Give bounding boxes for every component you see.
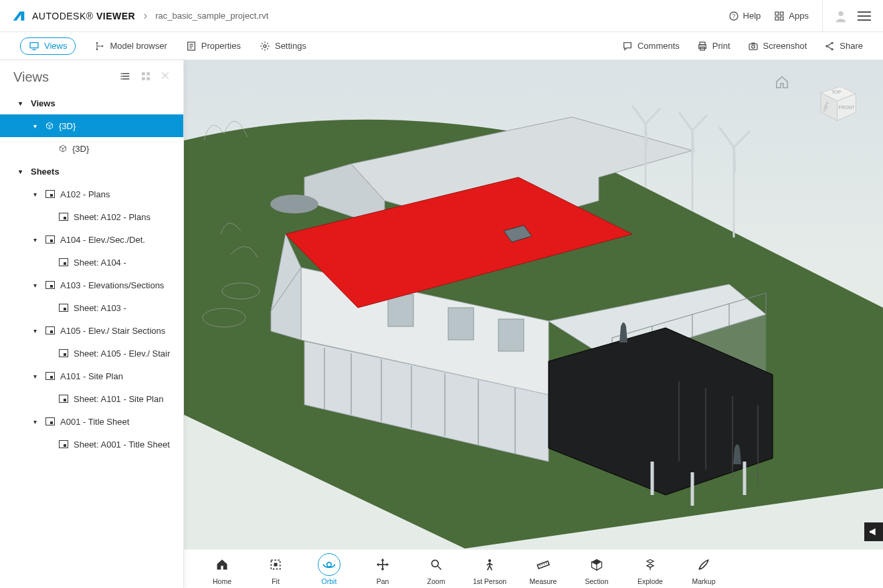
svg-line-46 [646, 124, 647, 146]
home-view-icon[interactable] [775, 75, 789, 90]
avatar-icon[interactable] [833, 9, 848, 23]
views-tree: ▾ Views ▾ {3D} {3D} ▾ Sheets ▾A102 - Pla… [0, 92, 183, 456]
svg-rect-34 [142, 72, 145, 76]
screenshot-button[interactable]: Screenshot [748, 41, 807, 52]
model-scene [184, 60, 883, 588]
bottombar-fit[interactable]: Fit [258, 553, 294, 585]
bottombar-firstperson[interactable]: 1st Person [472, 553, 508, 585]
print-button[interactable]: Print [697, 41, 730, 52]
comment-icon [622, 41, 633, 52]
sheet-icon [59, 304, 68, 312]
tree-item-3d-parent[interactable]: ▾ {3D} [0, 114, 183, 137]
svg-line-52 [719, 127, 734, 147]
bottombar-home[interactable]: Home [204, 553, 240, 585]
comments-button[interactable]: Comments [622, 41, 680, 52]
svg-point-97 [699, 567, 701, 569]
svg-rect-35 [146, 72, 150, 76]
tree-item-3d-child-label: {3D} [72, 144, 89, 154]
tree-item-3d-parent-label: {3D} [59, 121, 76, 131]
tree-sheet-child[interactable]: Sheet: A102 - Plans [0, 205, 183, 228]
explode-icon [644, 558, 657, 571]
bottombar-explode[interactable]: Explode [632, 553, 668, 585]
tree-sheet-child-label: Sheet: A103 - [74, 303, 126, 313]
chevron-down-icon: ▾ [33, 191, 40, 198]
viewer-bottom-toolbar: HomeFitOrbitPanZoom1st PersonMeasureSect… [184, 549, 883, 588]
bottombar-section[interactable]: Section [579, 553, 615, 585]
svg-rect-37 [146, 77, 150, 80]
help-button[interactable]: ? Help [728, 11, 761, 21]
sheet-icon [59, 349, 68, 357]
tree-sheet-parent[interactable]: ▾A001 - Title Sheet [0, 410, 183, 433]
tree-sheet-child[interactable]: Sheet: A101 - Site Plan [0, 387, 183, 410]
bottombar-markup[interactable]: Markup [686, 553, 722, 585]
svg-line-44 [632, 106, 646, 124]
bottombar-zoom[interactable]: Zoom [418, 553, 454, 585]
tab-model-browser[interactable]: Model browser [94, 41, 167, 52]
tree-sheet-parent[interactable]: ▾A101 - Site Plan [0, 365, 183, 387]
bottombar-markup-label: Markup [692, 577, 715, 585]
bottombar-explode-label: Explode [637, 577, 663, 585]
tree-section-sheets-label: Sheets [31, 167, 60, 177]
home-icon [215, 558, 229, 571]
bottombar-pan[interactable]: Pan [365, 553, 401, 585]
feedback-button[interactable] [864, 522, 883, 541]
svg-marker-85 [381, 558, 385, 560]
tree-sheet-child[interactable]: Sheet: A001 - Title Sheet [0, 433, 183, 456]
tree-sheet-parent[interactable]: ▾A105 - Elev./ Stair Sections [0, 319, 183, 342]
bottombar-fit-label: Fit [272, 577, 280, 585]
tab-properties[interactable]: Properties [186, 41, 241, 52]
tree-sheet-child[interactable]: Sheet: A104 - [0, 251, 183, 274]
fit-icon [269, 558, 282, 571]
sheet-icon [59, 258, 68, 266]
svg-rect-62 [388, 294, 413, 326]
svg-marker-88 [387, 563, 389, 566]
bottombar-measure[interactable]: Measure [525, 553, 561, 585]
hamburger-menu-icon[interactable] [858, 9, 871, 23]
tree-sheet-child[interactable]: Sheet: A103 - [0, 296, 183, 319]
svg-rect-4 [775, 17, 779, 20]
svg-point-33 [120, 78, 122, 80]
comments-label: Comments [637, 41, 680, 51]
svg-rect-63 [448, 308, 474, 340]
tree-sheet-parent[interactable]: ▾A104 - Elev./Sec./Det. [0, 228, 183, 251]
svg-point-40 [270, 195, 318, 213]
tree-sheet-parent[interactable]: ▾A102 - Plans [0, 183, 183, 205]
brand[interactable]: AUTODESK® VIEWER [12, 9, 135, 23]
tree-section-sheets[interactable]: ▾ Sheets [0, 160, 183, 183]
list-view-icon[interactable] [120, 71, 131, 84]
chevron-down-icon: ▾ [33, 122, 40, 130]
tree-sheet-parent[interactable]: ▾A103 - Elevations/Sections [0, 274, 183, 296]
main-toolbar: Views Model browser Properties Settings … [0, 32, 883, 60]
share-button[interactable]: Share [824, 41, 863, 52]
tree-section-views[interactable]: ▾ Views [0, 92, 183, 114]
tree-sheet-parent-label: A001 - Title Sheet [60, 417, 129, 427]
tab-views[interactable]: Views [20, 37, 76, 55]
svg-point-31 [120, 73, 122, 74]
apps-label: Apps [789, 11, 809, 21]
viewcube-front-label: FRONT [839, 105, 856, 110]
screenshot-label: Screenshot [763, 41, 807, 51]
grid-view-icon[interactable] [140, 71, 151, 84]
sheet-icon [45, 190, 55, 198]
tree-item-3d-child[interactable]: {3D} [0, 137, 183, 160]
viewport-3d[interactable]: TOP FRONT LEFT HomeFitOrbitPanZoom1st Pe… [184, 60, 883, 588]
breadcrumb-filename[interactable]: rac_basic_sample_project.rvt [155, 11, 268, 21]
viewcube[interactable]: TOP FRONT LEFT [809, 80, 863, 126]
chevron-down-icon: ▾ [33, 418, 40, 425]
svg-point-89 [431, 560, 438, 567]
print-label: Print [712, 41, 730, 51]
main-area: Views ▾ Views ▾ {3D} {3D} [0, 60, 883, 588]
tab-settings[interactable]: Settings [260, 41, 306, 52]
close-sidebar-icon[interactable] [161, 71, 170, 84]
sidebar-title: Views [13, 70, 114, 85]
tree-sheet-child-label: Sheet: A104 - [74, 258, 126, 268]
views-sidebar: Views ▾ Views ▾ {3D} {3D} [0, 60, 184, 588]
svg-rect-3 [781, 12, 784, 15]
chevron-down-icon: ▾ [19, 168, 25, 175]
tree-sheet-parent-label: A104 - Elev./Sec./Det. [60, 235, 145, 245]
bottombar-orbit[interactable]: Orbit [311, 553, 347, 585]
svg-line-54 [734, 147, 735, 171]
svg-rect-5 [781, 17, 784, 20]
tree-sheet-child[interactable]: Sheet: A105 - Elev./ Stair [0, 342, 183, 365]
apps-button[interactable]: Apps [774, 11, 809, 21]
